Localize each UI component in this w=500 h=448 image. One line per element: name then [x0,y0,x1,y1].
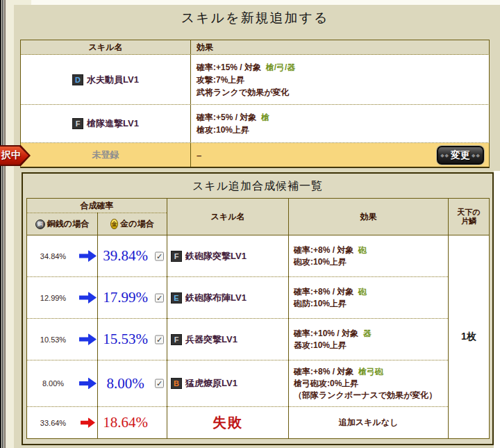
header-copper-case: 銅銅銭の場合 [27,213,98,235]
selected-marker-ribbon: 択中 [0,145,31,166]
current-skills-table: スキル名 効果 D 水夫動員LV1 確率:+15% / 対象 槍/弓/器 攻撃:… [20,40,490,168]
selected-marker-label: 択中 [0,149,21,162]
copper-probability-cell: 10.53% [27,319,98,360]
effect-probability: 確率:+8% / 対象 [294,287,353,297]
effect-target: 槍弓砲 [358,367,383,376]
top-white-band [31,0,500,5]
synthesis-candidates-box: スキル追加合成候補一覧 合成確率 スキル名 効果 天下の 片鱗 銅銅銭の場合 [22,172,494,445]
header-fragment: 天下の 片鱗 [449,199,490,235]
failure-probability: 18.64% [103,414,148,431]
candidate-skill-name: 鉄砲隊突撃LV1 [185,250,247,263]
copper-probability: 34.84% [40,252,66,260]
candidate-name-cell: B猛虎燎原LV1 [167,360,289,407]
skill-add-page: スキルを新規追加する スキル名 効果 D 水夫動員LV1 確率:+15% / 対… [0,0,500,448]
skill-row: D 水夫動員LV1 確率:+15% / 対象 槍/弓/器 攻撃:7%上昇 武将ラ… [20,55,490,105]
copper-probability-cell: 33.64% [27,407,98,439]
current-skills-header: スキル名 効果 [20,40,490,55]
blue-arrow-icon [79,378,97,390]
effect-target: 器 [363,329,372,338]
effect-target: 槍 [261,113,269,122]
gold-probability: 15.53% [103,331,148,347]
fragment-count-cell: 1枚 [449,235,490,439]
effect-line: 槍弓砲攻:0%上昇 [294,378,444,390]
blue-arrow-icon [79,292,97,304]
skill-grade-badge: B [171,378,182,389]
skill-grade-badge: F [171,334,182,345]
header-gold-case: 金金の場合 [98,213,167,235]
gold-probability-cell: 17.99% ✓ [98,277,167,319]
synthesis-candidates-table: 合成確率 スキル名 効果 天下の 片鱗 銅銅銭の場合 金金の場合 [26,198,490,439]
failure-row: 33.64% 18.64% 失敗 追加スキルなし [27,407,490,439]
gold-probability-cell: 39.84% ✓ [98,235,167,277]
skill-name: 槍隊進撃LV1 [87,117,139,130]
header-effect: 効果 [197,42,213,53]
gold-coin-icon: 金 [110,219,118,229]
gold-probability: 39.84% [103,247,148,264]
effect-probability: 確率:+5% / 対象 [197,113,256,122]
header-effect: 効果 [289,199,449,235]
diamond-ornament: ◆◆ [440,153,449,158]
effect-line: 器攻:10%上昇 [294,340,444,351]
diamond-ornament: ◆◆ [472,153,481,158]
effect-line: 槍攻:10%上昇 [197,124,485,136]
candidate-checkbox[interactable]: ✓ [155,251,164,260]
header-skill-name: スキル名 [167,199,289,235]
right-page-gap [494,171,500,448]
red-arrow-icon [81,417,95,428]
header-skill-name: スキル名 [89,42,123,53]
copper-probability-cell: 34.84% [27,235,98,277]
candidate-row: 12.99% 17.99% ✓ E鉄砲隊布陣LV1 確率:+8% / 対象 砲 … [27,277,490,319]
effect-target: 槍/弓/器 [266,63,296,72]
candidate-effect-cell: 確率:+8% / 対象 砲 砲攻:10%上昇 [289,235,449,277]
candidate-effect-cell: 確率:+10% / 対象 器 器攻:10%上昇 [289,319,449,360]
unregistered-label: 未登録 [92,149,119,161]
copper-coin-icon: 銅 [35,219,45,229]
candidate-name-cell: F鉄砲隊突撃LV1 [167,235,289,277]
effect-line: （部隊ランクボーナスで効果が変化） [294,390,444,401]
copper-probability: 8.00% [42,379,64,388]
candidate-checkbox[interactable]: ✓ [155,293,164,302]
copper-case-label: 銅銭の場合 [47,218,89,230]
candidate-effect-cell: 確率:+8% / 対象 砲 砲防:10%上昇 [289,277,449,319]
page-title: スキルを新規追加する [20,9,490,27]
copper-probability-cell: 8.00% [27,360,98,407]
effect-target: 砲 [358,245,367,255]
gold-probability-cell: 8.00% ✓ [98,360,167,407]
gold-probability-cell: 15.53% ✓ [98,319,167,360]
header-fragment-line1: 天下の [457,208,480,216]
failure-label-cell: 失敗 [167,407,289,439]
header-fragment-line2: 片鱗 [461,217,476,225]
effect-probability: 確率:+10% / 対象 [294,329,358,338]
candidate-row: 34.84% 39.84% ✓ F鉄砲隊突撃LV1 確率:+8% / 対象 砲 … [27,235,490,277]
blue-arrow-icon [79,333,97,345]
candidate-checkbox[interactable]: ✓ [155,335,164,344]
candidate-skill-name: 猛虎燎原LV1 [185,377,238,390]
candidate-name-cell: F兵器突撃LV1 [167,319,289,360]
skill-grade-badge: F [72,118,83,129]
copper-probability: 12.99% [40,294,66,302]
skill-row: F 槍隊進撃LV1 確率:+5% / 対象 槍 槍攻:10%上昇 [20,105,490,143]
copper-probability-cell: 12.99% [27,277,98,319]
skill-grade-badge: F [171,251,182,262]
effect-probability: 確率:+8% / 対象 [294,367,353,376]
gold-case-label: 金の場合 [120,218,153,230]
synthesis-list-title: スキル追加合成候補一覧 [23,179,492,194]
gold-probability: 17.99% [103,289,148,306]
effect-probability: 確率:+15% / 対象 [197,63,261,72]
candidate-checkbox[interactable]: ✓ [155,379,164,388]
candidate-row: 8.00% 8.00% ✓ B猛虎燎原LV1 確率:+8% / 対象 槍弓砲 槍… [27,360,490,407]
blue-arrow-icon [79,250,97,262]
gold-probability: 8.00% [106,375,144,392]
effect-line: 砲防:10%上昇 [294,298,444,310]
effect-line: 武将ランクで効果が変化 [197,86,485,99]
candidate-name-cell: E鉄砲隊布陣LV1 [167,277,289,319]
left-border-pinstripes [0,0,7,448]
header-synthesis-probability: 合成確率 [27,199,167,213]
effect-line: 攻撃:7%上昇 [197,74,485,86]
effect-line: 砲攻:10%上昇 [294,256,444,268]
effect-target: 砲 [358,287,367,297]
copper-probability: 33.64% [40,419,66,427]
candidate-effect-cell: 確率:+8% / 対象 槍弓砲 槍弓砲攻:0%上昇 （部隊ランクボーナスで効果が… [289,360,449,407]
selected-empty-slot-row: 未登録 – ◆◆ 変更 ◆◆ [20,143,490,168]
change-button[interactable]: ◆◆ 変更 ◆◆ [437,146,484,165]
